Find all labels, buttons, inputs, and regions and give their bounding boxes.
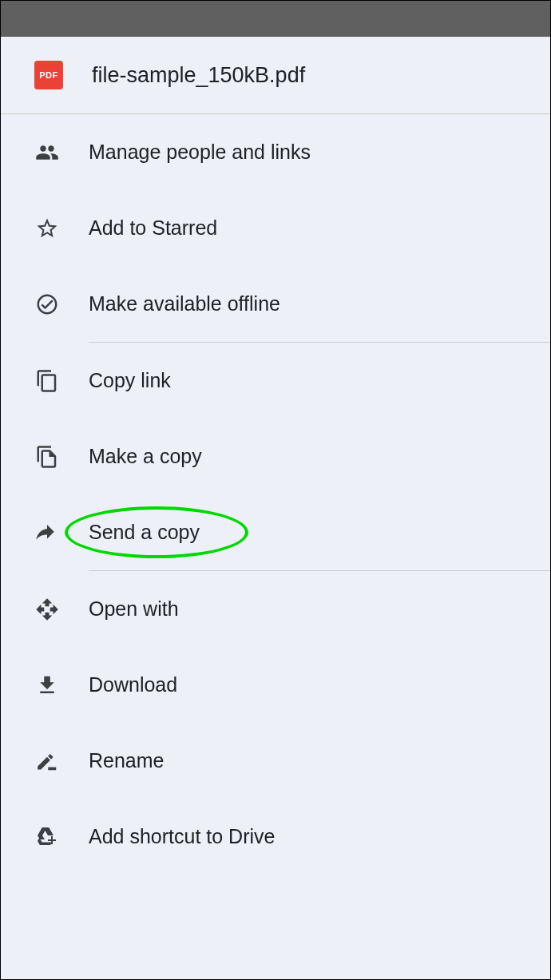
menu-label: Make a copy <box>89 445 202 468</box>
svg-rect-0 <box>48 767 56 770</box>
people-icon <box>34 140 60 165</box>
menu-item-make-offline[interactable]: Make available offline <box>1 266 550 342</box>
menu-item-open-with[interactable]: Open with <box>1 571 550 647</box>
menu-label: Make available offline <box>89 292 280 315</box>
copy-link-icon <box>34 368 60 394</box>
menu-item-download[interactable]: Download <box>1 647 550 723</box>
menu-item-make-copy[interactable]: Make a copy <box>1 419 550 494</box>
menu-item-copy-link[interactable]: Copy link <box>1 343 550 419</box>
menu-label: Add shortcut to Drive <box>89 825 275 848</box>
menu-item-add-starred[interactable]: Add to Starred <box>1 190 550 266</box>
file-name: file-sample_150kB.pdf <box>92 63 305 88</box>
menu-label: Rename <box>89 749 165 772</box>
menu-label: Add to Starred <box>89 216 217 240</box>
menu-label: Download <box>89 673 177 696</box>
menu-item-add-shortcut[interactable]: Add shortcut to Drive <box>1 799 550 875</box>
file-copy-icon <box>34 444 60 470</box>
send-icon <box>34 520 60 546</box>
download-icon <box>34 673 60 698</box>
context-menu: Manage people and links Add to Starred M… <box>1 114 550 875</box>
pdf-icon: PDF <box>34 61 63 89</box>
menu-label: Copy link <box>89 369 171 392</box>
menu-item-send-copy[interactable]: Send a copy <box>1 494 550 570</box>
shortcut-icon <box>34 824 60 850</box>
open-with-icon <box>34 597 60 622</box>
menu-item-manage-people[interactable]: Manage people and links <box>1 114 550 190</box>
menu-label: Open with <box>89 597 179 621</box>
status-bar <box>1 1 550 37</box>
file-header: PDF file-sample_150kB.pdf <box>1 37 550 114</box>
menu-label: Manage people and links <box>89 141 311 164</box>
menu-item-rename[interactable]: Rename <box>1 723 550 799</box>
rename-icon <box>34 748 60 774</box>
offline-icon <box>34 292 60 317</box>
star-icon <box>34 216 60 241</box>
menu-label: Send a copy <box>89 521 200 544</box>
